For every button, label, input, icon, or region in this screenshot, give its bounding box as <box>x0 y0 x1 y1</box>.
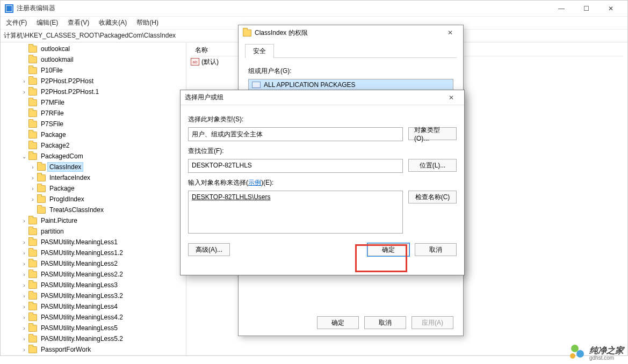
menu-help[interactable]: 帮助(H) <box>133 17 162 28</box>
folder-icon <box>28 110 37 117</box>
tree-item-Package[interactable]: Package <box>4 129 186 140</box>
tree-item-Paint.Picture[interactable]: ›Paint.Picture <box>4 215 186 226</box>
tree-item-label: PASMUtility.MeaningLess3.2 <box>39 292 125 300</box>
folder-icon <box>28 132 37 139</box>
menu-file[interactable]: 文件(F) <box>3 17 30 28</box>
registry-tree[interactable]: outlookcaloutlookmailP10File›P2PHost.P2P… <box>1 42 186 355</box>
tree-item-label: outlookmail <box>39 55 75 64</box>
tree-item-PASMUtility.MeaningLess3[interactable]: ›PASMUtility.MeaningLess3 <box>4 280 186 290</box>
tree-item-PASMUtility.MeaningLess5[interactable]: ›PASMUtility.MeaningLess5 <box>4 323 186 333</box>
tree-item-label: ProgIdIndex <box>48 195 86 203</box>
tree-item-PASMUtility.MeaningLess4[interactable]: ›PASMUtility.MeaningLess4 <box>4 301 186 312</box>
folder-icon <box>28 228 37 235</box>
tree-item-partition[interactable]: partition <box>4 226 186 237</box>
tree-item-P7MFile[interactable]: P7MFile <box>4 97 186 108</box>
menu-favorites[interactable]: 收藏夹(A) <box>96 17 130 28</box>
minimize-button[interactable]: — <box>549 1 574 17</box>
location-field[interactable]: DESKTOP-82TLHLS <box>188 159 403 173</box>
tree-item-PackagedCom[interactable]: ⌄PackagedCom <box>4 151 186 162</box>
check-names-button[interactable]: 检查名称(C) <box>408 191 457 203</box>
permissions-ok-button[interactable]: 确定 <box>317 316 359 329</box>
expander-icon[interactable]: › <box>21 272 27 278</box>
tree-item-PASMUtility.MeaningLess1[interactable]: ›PASMUtility.MeaningLess1 <box>4 237 186 247</box>
expander-icon[interactable]: › <box>30 164 36 170</box>
tab-security[interactable]: 安全 <box>245 44 274 58</box>
tree-item-P10File[interactable]: P10File <box>4 65 186 76</box>
tree-item-TreatAsClassIndex[interactable]: TreatAsClassIndex <box>4 205 186 215</box>
tree-item-InterfaceIndex[interactable]: ›InterfaceIndex <box>4 172 186 183</box>
folder-icon <box>37 207 46 214</box>
tree-item-PASMUtility.MeaningLess5.2[interactable]: ›PASMUtility.MeaningLess5.2 <box>4 333 186 344</box>
tree-item-PASMUtility.MeaningLess3.2[interactable]: ›PASMUtility.MeaningLess3.2 <box>4 290 186 301</box>
folder-icon <box>28 346 37 353</box>
folder-icon <box>28 89 37 96</box>
expander-icon[interactable]: › <box>21 304 27 310</box>
select-user-close-button[interactable]: ✕ <box>443 94 460 101</box>
select-user-title: 选择用户或组 <box>185 93 443 102</box>
select-user-cancel-button[interactable]: 取消 <box>415 243 457 256</box>
expander-icon[interactable]: › <box>21 347 27 353</box>
tree-item-PASMUtility.MeaningLess2[interactable]: ›PASMUtility.MeaningLess2 <box>4 258 186 269</box>
tree-item-PASMUtility.MeaningLess4.2[interactable]: ›PASMUtility.MeaningLess4.2 <box>4 312 186 323</box>
tree-item-label: PASMUtility.MeaningLess1.2 <box>39 249 125 257</box>
folder-icon <box>28 282 37 289</box>
group-item[interactable]: ALL APPLICATION PACKAGES <box>249 79 453 90</box>
permissions-cancel-button[interactable]: 取消 <box>364 316 406 329</box>
tree-item-P7RFile[interactable]: P7RFile <box>4 108 186 119</box>
advanced-button[interactable]: 高级(A)... <box>188 243 230 256</box>
permissions-button-row: 确定 取消 应用(A) <box>245 312 457 329</box>
expander-icon[interactable]: › <box>21 325 27 331</box>
tree-item-PassportForWork[interactable]: ›PassportForWork <box>4 344 186 355</box>
expander-icon[interactable]: › <box>21 250 27 256</box>
tree-item-P2PHost.P2PHost.1[interactable]: ›P2PHost.P2PHost.1 <box>4 86 186 97</box>
expander-icon[interactable]: › <box>21 261 27 267</box>
expander-icon[interactable]: › <box>21 282 27 288</box>
expander-icon[interactable]: › <box>21 336 27 342</box>
menu-view[interactable]: 查看(V) <box>64 17 92 28</box>
tree-item-PASMUtility.MeaningLess1.2[interactable]: ›PASMUtility.MeaningLess1.2 <box>4 247 186 258</box>
folder-icon <box>28 239 37 246</box>
tree-item-label: InterfaceIndex <box>48 173 92 182</box>
close-button[interactable]: ✕ <box>598 1 623 17</box>
tree-item-label: Package2 <box>39 141 71 150</box>
expander-icon[interactable]: › <box>30 196 36 202</box>
tree-item-label: PASMUtility.MeaningLess3 <box>39 281 119 289</box>
tree-item-ProgIdIndex[interactable]: ›ProgIdIndex <box>4 194 186 205</box>
expander-icon[interactable]: › <box>21 315 27 321</box>
permissions-close-button[interactable]: ✕ <box>442 29 459 37</box>
string-value-icon: ab <box>191 58 199 65</box>
expander-icon[interactable]: › <box>21 89 27 95</box>
expander-icon[interactable]: › <box>21 239 27 245</box>
tree-item-Package[interactable]: ›Package <box>4 183 186 194</box>
expander-icon[interactable]: › <box>30 186 36 192</box>
menu-edit[interactable]: 编辑(E) <box>33 17 61 28</box>
expander-icon[interactable]: › <box>30 175 36 181</box>
object-type-field[interactable]: 用户、组或内置安全主体 <box>188 127 403 141</box>
tree-item-P2PHost.P2PHost[interactable]: ›P2PHost.P2PHost <box>4 76 186 86</box>
expander-icon[interactable]: › <box>21 218 27 224</box>
regedit-icon <box>5 4 13 13</box>
maximize-button[interactable]: ☐ <box>574 1 598 17</box>
example-link[interactable]: 示例 <box>248 179 261 186</box>
tree-item-label: Package <box>39 130 68 139</box>
locations-button[interactable]: 位置(L)... <box>408 159 457 172</box>
tree-item-label: PASMUtility.MeaningLess4.2 <box>39 313 125 322</box>
object-types-button[interactable]: 对象类型(O)... <box>408 127 457 140</box>
select-user-ok-button[interactable]: 确定 <box>367 243 409 256</box>
expander-icon[interactable]: › <box>21 78 27 84</box>
value-name: (默认) <box>201 57 219 67</box>
permissions-apply-button[interactable]: 应用(A) <box>412 316 453 329</box>
tree-item-label: PassportForWork <box>39 345 92 354</box>
expander-icon[interactable]: › <box>21 293 27 299</box>
tree-item-PASMUtility.MeaningLess2.2[interactable]: ›PASMUtility.MeaningLess2.2 <box>4 269 186 280</box>
object-names-field[interactable]: DESKTOP-82TLHLS\Users <box>188 191 403 234</box>
window-title: 注册表编辑器 <box>17 4 549 13</box>
folder-icon <box>37 185 46 192</box>
tree-item-outlookcal[interactable]: outlookcal <box>4 43 186 54</box>
tree-item-ClassIndex[interactable]: ›ClassIndex <box>4 162 186 172</box>
expander-icon[interactable]: ⌄ <box>21 154 27 159</box>
tree-item-Package2[interactable]: Package2 <box>4 140 186 151</box>
folder-icon <box>28 293 37 300</box>
tree-item-P7SFile[interactable]: P7SFile <box>4 119 186 129</box>
tree-item-outlookmail[interactable]: outlookmail <box>4 54 186 65</box>
